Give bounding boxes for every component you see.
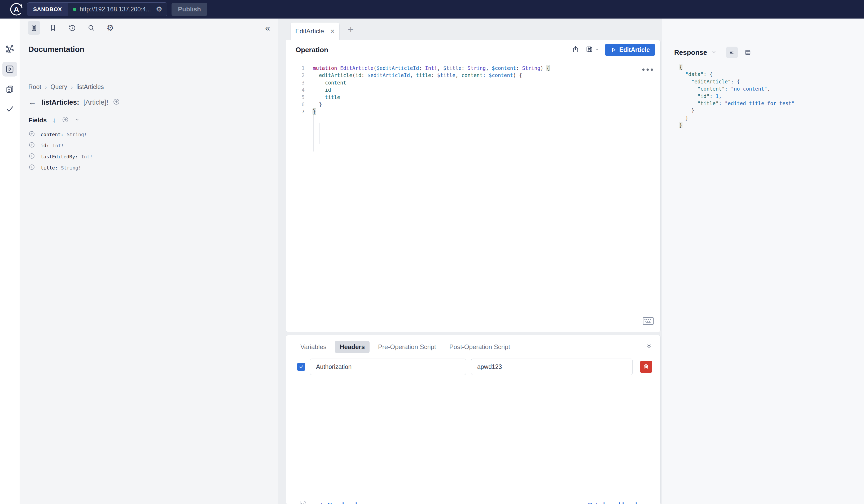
response-body[interactable]: { "data": { "editArticle": { "content": … bbox=[679, 64, 794, 129]
changelog-icon[interactable] bbox=[2, 82, 17, 97]
code-line: content bbox=[313, 79, 549, 86]
more-options-icon[interactable] bbox=[641, 67, 654, 72]
docs-toolbar: ⚙ « bbox=[20, 19, 278, 37]
breadcrumb-item-listarticles[interactable]: listArticles bbox=[76, 83, 104, 90]
doc-field-row[interactable]: title:String! bbox=[28, 162, 273, 173]
footer-tab-headers[interactable]: Headers bbox=[335, 341, 370, 353]
selected-field-name: listArticles: bbox=[41, 98, 79, 107]
new-tab-button[interactable]: + bbox=[348, 24, 354, 34]
gear-icon[interactable]: ⚙ bbox=[156, 6, 162, 13]
header-row bbox=[297, 359, 652, 375]
run-button[interactable]: EditArticle bbox=[605, 44, 655, 56]
fields-heading: Fields bbox=[28, 116, 47, 124]
code-line: "data": { bbox=[679, 71, 794, 78]
run-label: EditArticle bbox=[619, 46, 650, 53]
field-type: String! bbox=[67, 132, 87, 137]
add-field-icon[interactable] bbox=[28, 164, 35, 172]
delete-header-button[interactable] bbox=[640, 361, 652, 373]
field-name: id: bbox=[40, 143, 49, 148]
code-line: mutation EditArticle($editArticleId: Int… bbox=[313, 65, 549, 72]
bookmark-icon[interactable] bbox=[47, 21, 59, 35]
operation-panel: Operation bbox=[286, 40, 661, 332]
fields-heading-row: Fields ↓ bbox=[28, 116, 80, 124]
sort-icon[interactable]: ↓ bbox=[52, 116, 56, 124]
endpoint-url[interactable]: http://192.168.137.200:4... bbox=[80, 6, 151, 13]
save-group[interactable] bbox=[585, 45, 599, 54]
line-number: 4 bbox=[294, 86, 304, 94]
add-all-fields-icon[interactable] bbox=[62, 116, 69, 124]
footer-tab-variables[interactable]: Variables bbox=[296, 341, 331, 353]
add-field-icon[interactable] bbox=[28, 142, 35, 149]
fields-list: content:String!id:Int!lastEditedBy:Int!t… bbox=[28, 129, 273, 173]
new-header-button[interactable]: + New header bbox=[319, 501, 363, 504]
graph-icon[interactable] bbox=[2, 41, 17, 57]
divider bbox=[28, 57, 269, 57]
footer-tabs: VariablesHeadersPre-Operation ScriptPost… bbox=[296, 340, 515, 354]
docs-title: Documentation bbox=[28, 45, 84, 54]
endpoint-box[interactable]: http://192.168.137.200:4... ⚙ bbox=[68, 6, 167, 13]
chevron-down-icon[interactable] bbox=[75, 117, 80, 123]
line-number: 1 bbox=[294, 65, 304, 72]
table-view-icon[interactable] bbox=[742, 47, 754, 58]
doc-field-row[interactable]: lastEditedBy:Int! bbox=[28, 151, 273, 162]
publish-button[interactable]: Publish bbox=[171, 3, 207, 16]
header-key-input[interactable] bbox=[310, 359, 466, 375]
header-enabled-checkbox[interactable] bbox=[297, 363, 305, 371]
settings-icon[interactable]: ⚙ bbox=[104, 21, 116, 35]
code-line: "id": 1, bbox=[679, 93, 794, 100]
line-number: 7 bbox=[294, 108, 304, 115]
tab-editarticle[interactable]: EditArticle × bbox=[290, 22, 340, 40]
code-line: title bbox=[313, 94, 549, 101]
selected-field-type[interactable]: [Article]! bbox=[84, 98, 108, 107]
doc-field-row[interactable]: content:String! bbox=[28, 129, 273, 140]
env-script-icon[interactable] bbox=[299, 500, 307, 504]
field-type: String! bbox=[61, 165, 81, 171]
collapse-panel-icon[interactable]: « bbox=[265, 23, 270, 33]
save-chevron-icon[interactable] bbox=[595, 47, 599, 52]
response-title: Response bbox=[674, 48, 707, 57]
code-line: } bbox=[679, 114, 794, 122]
code-line: "editArticle": { bbox=[679, 78, 794, 85]
schema-docs-icon[interactable] bbox=[28, 21, 40, 35]
close-icon[interactable]: × bbox=[330, 27, 335, 36]
header-rows bbox=[297, 359, 652, 375]
documentation-panel: ⚙ « Documentation Root›Query›listArticle… bbox=[20, 19, 278, 504]
add-field-icon[interactable] bbox=[113, 98, 120, 107]
breadcrumb-item-root[interactable]: Root bbox=[28, 83, 41, 90]
svg-text:A: A bbox=[14, 5, 19, 13]
operation-editor[interactable]: mutation EditArticle($editArticleId: Int… bbox=[313, 65, 549, 115]
breadcrumb[interactable]: Root›Query›listArticles bbox=[28, 83, 104, 90]
sandbox-badge: SANDBOX bbox=[27, 3, 68, 16]
trash-icon bbox=[643, 364, 649, 370]
chevron-down-icon[interactable] bbox=[711, 49, 717, 56]
operations-icon[interactable] bbox=[2, 62, 17, 76]
left-rail bbox=[0, 19, 20, 504]
line-number: 2 bbox=[294, 72, 304, 79]
search-icon[interactable] bbox=[85, 21, 97, 35]
breadcrumb-separator: › bbox=[45, 84, 47, 90]
checks-icon[interactable] bbox=[2, 101, 17, 116]
footer-tab-post-operation-script[interactable]: Post-Operation Script bbox=[445, 341, 515, 353]
raw-view-icon[interactable] bbox=[726, 47, 738, 58]
keyboard-shortcuts-icon[interactable] bbox=[643, 317, 654, 325]
field-name: title: bbox=[40, 165, 58, 171]
history-icon[interactable] bbox=[66, 21, 78, 35]
save-icon[interactable] bbox=[585, 45, 593, 54]
footer-tab-pre-operation-script[interactable]: Pre-Operation Script bbox=[373, 341, 441, 353]
breadcrumb-separator: › bbox=[71, 84, 73, 90]
back-arrow-icon[interactable]: ← bbox=[28, 98, 36, 106]
collapse-section-icon[interactable] bbox=[646, 343, 652, 351]
code-line: } bbox=[679, 122, 794, 129]
set-shared-headers-link[interactable]: Set shared headers bbox=[588, 501, 647, 504]
add-field-icon[interactable] bbox=[28, 130, 35, 138]
doc-field-row[interactable]: id:Int! bbox=[28, 140, 273, 151]
code-line: "content": "no content", bbox=[679, 85, 794, 93]
breadcrumb-item-query[interactable]: Query bbox=[51, 83, 67, 90]
add-field-icon[interactable] bbox=[28, 152, 35, 160]
line-number: 3 bbox=[294, 79, 304, 86]
code-line: "title": "edited title for test" bbox=[679, 100, 794, 107]
field-type: Int! bbox=[81, 154, 93, 159]
share-icon[interactable] bbox=[572, 45, 579, 54]
header-value-input[interactable] bbox=[471, 359, 633, 375]
code-line: id bbox=[313, 86, 549, 94]
